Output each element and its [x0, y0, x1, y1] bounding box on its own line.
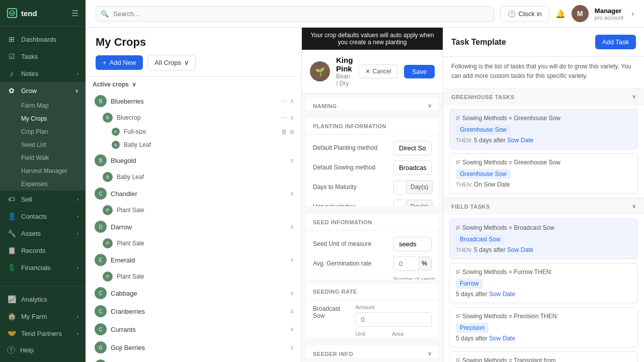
germination-label: Avg. Germination rate	[313, 260, 388, 267]
goji-expand-icon[interactable]: ∨	[290, 344, 294, 351]
cabbage-expand-icon[interactable]: ∨	[290, 290, 294, 297]
seeding-rate-header[interactable]: SEEDING RATE	[306, 284, 439, 300]
fullsize-add-icon[interactable]: ⊕	[289, 128, 294, 135]
crop-item-babyleaf1[interactable]: B Baby Leaf	[86, 138, 301, 151]
sidebar-label-contacts: Contacts	[21, 213, 47, 220]
crop-more-icon[interactable]: ⋯	[282, 98, 288, 105]
active-crops-header[interactable]: Active crops ∨	[86, 77, 301, 92]
sowing-method-select[interactable]: Broadcast Sow	[393, 160, 432, 175]
sidebar-item-sell[interactable]: 🏷 Sell ›	[0, 191, 86, 208]
crop-item-plantsale3[interactable]: P Plant Sale	[86, 269, 301, 284]
submenu-my-crops[interactable]: My Crops	[14, 112, 86, 125]
crop-item-darrow[interactable]: D Darrow ∧	[86, 218, 301, 236]
crop-item-plantsale2[interactable]: P Plant Sale	[86, 236, 301, 251]
sidebar-item-dashboards[interactable]: ⊞ Dashboards	[0, 31, 86, 48]
harvest-window-input[interactable]	[393, 200, 404, 206]
crop-item-hairy-psychotria[interactable]: H Hairy Psychotria ∨	[86, 356, 301, 362]
submenu-field-walk[interactable]: Field Walk	[14, 151, 86, 164]
submenu-harvest-manager[interactable]: Harvest Manager	[14, 164, 86, 177]
germination-input[interactable]	[393, 256, 416, 271]
fullsize-delete-icon[interactable]: 🗑	[281, 128, 287, 135]
seed-section-header[interactable]: SEED INFORMATION	[306, 214, 439, 231]
crop-item-fullsize[interactable]: F Full-size 🗑 ⊕	[86, 125, 301, 138]
sidebar-item-grow[interactable]: ✿ Grow ∨	[0, 82, 86, 99]
field-tasks-header[interactable]: FIELD TASKS ∨	[443, 198, 644, 215]
sidebar-item-notes[interactable]: ♪ Notes ›	[0, 65, 86, 82]
add-new-button[interactable]: + Add New	[96, 55, 143, 70]
crop-item-blueberries[interactable]: B Blueberries ⋯ ∧	[86, 92, 301, 110]
submenu-expenses[interactable]: Expenses	[14, 177, 86, 191]
bluegold-collapse-icon[interactable]: ∧	[290, 157, 294, 164]
crop-actions-emerald: ∧	[290, 256, 294, 263]
crop-item-cranberries[interactable]: C Cranberries ∨	[86, 302, 301, 320]
currants-expand-icon[interactable]: ∨	[290, 326, 294, 333]
date-ref-precision[interactable]: Sow Date	[489, 335, 515, 342]
search-input[interactable]	[96, 6, 494, 22]
sidebar-item-contacts[interactable]: 👤 Contacts ›	[0, 208, 86, 225]
submenu-farm-map[interactable]: Farm Map	[14, 99, 86, 112]
bell-icon[interactable]: 🔔	[555, 9, 566, 19]
sidebar-item-tend-partners[interactable]: 🤝 Tend Partners ›	[0, 325, 86, 342]
sidebar-label-notes: Notes	[21, 70, 38, 77]
hamburger-icon[interactable]: ☰	[71, 9, 78, 18]
sidebar-header: tend ☰	[0, 0, 86, 27]
sidebar-item-tasks[interactable]: ☑ Tasks	[0, 48, 86, 65]
field-tasks-section: FIELD TASKS ∨ IF Sowing Methods = Broadc…	[443, 198, 644, 362]
filter-button[interactable]: All Crops ∨	[148, 55, 196, 70]
sidebar-item-assets[interactable]: 🔧 Assets ›	[0, 225, 86, 242]
crop-actions-cranberries: ∨	[290, 308, 294, 315]
sidebar-item-my-farm[interactable]: 🏠 My Farm ›	[0, 308, 86, 325]
planting-method-select[interactable]: Direct Sow	[393, 141, 432, 155]
crop-item-goji-berries[interactable]: G Goji Berries ∨	[86, 338, 301, 356]
germination-row: Avg. Germination rate %	[313, 256, 432, 271]
crop-item-plantsale1[interactable]: P Plant Sale	[86, 203, 301, 218]
seed-unit-select[interactable]: seeds	[393, 237, 432, 251]
condition-text-precision: Sowing Methods = Precision THEN:	[462, 313, 558, 320]
cancel-x-icon: ✕	[365, 68, 370, 75]
crop-item-babyleaf2[interactable]: B Baby Leaf	[86, 169, 301, 185]
darrow-collapse-icon[interactable]: ∧	[290, 223, 294, 230]
crop-item-cabbage[interactable]: C Cabbage ∨	[86, 284, 301, 302]
save-button[interactable]: Save	[404, 65, 435, 78]
cancel-button[interactable]: ✕ Cancel	[359, 64, 397, 78]
date-ref-furrow[interactable]: Sow Date	[489, 291, 515, 298]
crop-form-notification: Your crop defaults values will auto appl…	[302, 28, 443, 50]
crop-name-goji-berries: Goji Berries	[111, 344, 286, 351]
sidebar-item-financials[interactable]: 💲 Financials ›	[0, 259, 86, 276]
greenhouse-tasks-header[interactable]: GREENHOUSE TASKS ∨	[443, 88, 644, 105]
submenu-seed-list[interactable]: Seed List	[14, 138, 86, 151]
timing-text-1: 5 days after	[474, 137, 507, 144]
add-task-button[interactable]: Add Task	[595, 35, 636, 49]
crop-item-emerald[interactable]: E Emerald ∧	[86, 251, 301, 269]
sidebar-label-tend-partners: Tend Partners	[21, 330, 62, 337]
bluecrop-more-icon[interactable]: ⋯	[282, 114, 288, 121]
expand-icon[interactable]: ›	[631, 10, 634, 18]
crop-item-bluegold[interactable]: B Bluegold ∧	[86, 151, 301, 169]
crop-item-currants[interactable]: C Currants ∨	[86, 320, 301, 338]
task-template-description: Following is the list of tasks that you …	[451, 63, 631, 79]
submenu-crop-plan[interactable]: Crop Plan	[14, 125, 86, 138]
amount-input[interactable]	[355, 312, 432, 327]
days-maturity-input[interactable]	[393, 180, 404, 195]
avatar: M	[572, 5, 589, 22]
sidebar-item-records[interactable]: 📋 Records	[0, 242, 86, 259]
search-bar: 🔍	[96, 6, 494, 22]
cranberries-expand-icon[interactable]: ∨	[290, 308, 294, 315]
chandler-collapse-icon[interactable]: ∧	[290, 190, 294, 197]
naming-section-header[interactable]: NAMING ∨	[306, 98, 439, 110]
crop-collapse-icon[interactable]: ∧	[290, 98, 294, 105]
harvest-window-control: Day(s)	[393, 200, 433, 206]
date-ref-1[interactable]: Sow Date	[507, 137, 533, 144]
date-ref-broadcast[interactable]: Sow Date	[507, 246, 533, 253]
sidebar-item-help[interactable]: ? Help	[0, 342, 86, 358]
crop-item-chandler[interactable]: C Chandler ∧	[86, 185, 301, 203]
bluecrop-collapse-icon[interactable]: ∧	[290, 114, 294, 121]
crop-name-plantsale2: Plant Sale	[117, 240, 294, 247]
crop-item-bluecrop[interactable]: B Bluecrop ⋯ ∧	[86, 110, 301, 125]
sidebar-item-analytics[interactable]: 📈 Analytics	[0, 291, 86, 308]
seeder-info-header[interactable]: SEEDER INFO ∨	[306, 345, 439, 358]
clock-in-button[interactable]: 🕐 Clock in	[500, 6, 549, 22]
seed-unit-control: seeds	[393, 237, 432, 251]
emerald-collapse-icon[interactable]: ∧	[290, 256, 294, 263]
planting-section-header[interactable]: PLANTING INFORMATION	[306, 118, 439, 135]
